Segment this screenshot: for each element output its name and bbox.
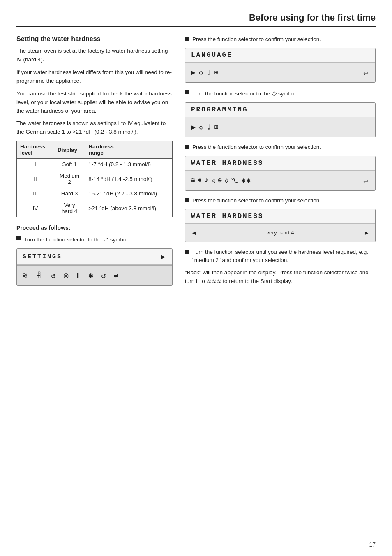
water-hardness-display-top: WATER HARDNESS (185, 156, 375, 171)
water-hardness-selector: ◄ very hard 4 ► (185, 224, 375, 242)
table-row: IV Veryhard 4 >21 °dH (above 3.8 mmol/l) (17, 199, 173, 217)
right-column: Press the function selector to confirm y… (185, 35, 376, 290)
section-heading: Setting the water hardness (16, 35, 173, 43)
page-header: Before using for the first time (16, 12, 376, 27)
water-hardness-selector-top: WATER HARDNESS (185, 209, 375, 224)
language-display-top: LANGUAGE (185, 48, 375, 63)
return-icon2: ↵ (363, 176, 369, 185)
settings-cursor-icon: ▶ (161, 252, 166, 261)
bullet-confirm-selector-text: Press the function selector to confirm y… (192, 197, 321, 205)
plus-circle-icon: ⊕ (218, 176, 223, 185)
table-row: III Hard 3 15-21 °dH (2.7 - 3.8 mmol/l) (17, 188, 173, 199)
settings-label: SETTINGS (23, 253, 62, 260)
note-icon: ♩ (207, 123, 213, 132)
table-row: II Medium2 8-14 °dH (1.4 -2.5 mmol/l) (17, 170, 173, 188)
circle-icon: ● (198, 176, 203, 184)
level-iii: III (17, 188, 54, 199)
paragraph-4: The water hardness is shown as settings … (16, 119, 173, 137)
language-icons: ▶ ◇ ♩ ⊞ (191, 68, 220, 77)
wave-icon: ≋ (191, 176, 196, 185)
level-i: I (17, 159, 54, 170)
cursor-icon: ▶ (191, 68, 197, 77)
range-i: 1-7 °dH (0.2 - 1.3 mmol/l) (85, 159, 173, 170)
water-hardness-icons: ≋ ● ♪ ◁ ⊕ ◇ ℃ ✱✱ (191, 176, 251, 185)
settings-display: SETTINGS ▶ ≋ ꋫ ↺ ◎ ∥ ✱ ↺ ⇌ (16, 248, 173, 286)
bullet-turn-selector-text: Turn the function selector until you see… (192, 248, 376, 265)
diamond-icon: ◇ (199, 123, 205, 132)
programming-icons: ▶ ◇ ♩ ⊞ (191, 123, 220, 132)
temp-icon: ℃ (231, 176, 240, 185)
content-area: Setting the water hardness The steam ove… (16, 35, 376, 290)
page-number: 17 (369, 541, 376, 548)
right-arrow-btn[interactable]: ► (364, 229, 369, 236)
language-display-bottom: ▶ ◇ ♩ ⊞ ↵ (185, 63, 375, 82)
bullet-icon (185, 145, 189, 149)
water-hardness-display: WATER HARDNESS ≋ ● ♪ ◁ ⊕ ◇ ℃ ✱✱ ↵ (185, 156, 376, 191)
paragraph-1: The steam oven is set at the factory to … (16, 47, 173, 64)
display-veryhard4: Veryhard 4 (54, 199, 85, 217)
bullet-confirm-wh: Press the function selector to confirm y… (185, 143, 376, 151)
level-iv: IV (17, 199, 54, 217)
settings-display-top: SETTINGS ▶ (17, 249, 172, 265)
bullet-icon (185, 198, 189, 202)
bullet-icon (185, 37, 189, 41)
bullet-icon (185, 90, 189, 94)
left-column: Setting the water hardness The steam ove… (16, 35, 173, 290)
level-ii: II (17, 170, 54, 188)
col-header-level: Hardnesslevel (17, 141, 54, 159)
cursor-icon: ▶ (191, 123, 197, 132)
grid-icon: ⊞ (214, 69, 220, 76)
display-hard3: Hard 3 (54, 188, 85, 199)
tri-left-icon: ◁ (211, 176, 216, 185)
range-iv: >21 °dH (above 3.8 mmol/l) (85, 199, 173, 217)
water-hardness-selector-box: WATER HARDNESS ◄ very hard 4 ► (185, 209, 376, 242)
bullet-confirm-wh-text: Press the function selector to confirm y… (192, 143, 321, 151)
programming-display-top: PROGRAMMING (185, 103, 375, 117)
paragraph-3: You can use the test strip supplied to c… (16, 90, 173, 116)
range-ii: 8-14 °dH (1.4 -2.5 mmol/l) (85, 170, 173, 188)
bullet-icon (185, 250, 189, 254)
music-icon: ♪ (204, 176, 209, 184)
proceed-heading: Proceed as follows: (16, 225, 173, 231)
programming-display-bottom: ▶ ◇ ♩ ⊞ (185, 117, 375, 137)
final-quote-text: "Back" will then appear in the display. … (185, 269, 376, 286)
bullet-turn-selector: Turn the function selector until you see… (185, 248, 376, 265)
bullet-confirm-language: Press the function selector to confirm y… (185, 35, 376, 44)
return-icon: ↵ (363, 68, 369, 77)
bullet-turn-diamond-text: Turn the function selector to the ◇ symb… (192, 88, 297, 98)
language-display: LANGUAGE ▶ ◇ ♩ ⊞ ↵ (185, 48, 376, 83)
diamond-icon: ◇ (199, 68, 205, 77)
diamond2-icon: ◇ (224, 176, 229, 185)
range-iii: 15-21 °dH (2.7 - 3.8 mmol/l) (85, 188, 173, 199)
water-hardness-display-bottom: ≋ ● ♪ ◁ ⊕ ◇ ℃ ✱✱ ↵ (185, 171, 375, 190)
note-icon: ♩ (207, 68, 213, 77)
bullet-settings-text: Turn the function selector to the ⇌ symb… (24, 234, 129, 244)
star2-icon: ✱✱ (241, 176, 251, 185)
col-header-range: Hardnessrange (85, 141, 173, 159)
left-arrow-btn[interactable]: ◄ (191, 229, 197, 236)
page-title: Before using for the first time (249, 12, 376, 23)
hardness-table: Hardnesslevel Display Hardnessrange I So… (16, 141, 173, 217)
hardness-value: very hard 4 (266, 229, 294, 236)
programming-display: PROGRAMMING ▶ ◇ ♩ ⊞ (185, 102, 376, 137)
table-row: I Soft 1 1-7 °dH (0.2 - 1.3 mmol/l) (17, 159, 173, 170)
bullet-confirm-selector: Press the function selector to confirm y… (185, 197, 376, 205)
bullet-icon (16, 236, 21, 240)
bullet-confirm-language-text: Press the function selector to confirm y… (192, 35, 321, 44)
display-soft1: Soft 1 (54, 159, 85, 170)
paragraph-2: If your water hardness level differs fro… (16, 68, 173, 86)
bullet-turn-diamond: Turn the function selector to the ◇ symb… (185, 88, 376, 98)
page: Before using for the first time Setting … (0, 0, 392, 556)
bullet-settings: Turn the function selector to the ⇌ symb… (16, 234, 173, 244)
col-header-display: Display (54, 141, 85, 159)
settings-mode-icons: ≋ ꋫ ↺ ◎ ∥ ✱ ↺ ⇌ (23, 271, 120, 280)
grid-icon: ⊞ (214, 123, 220, 131)
display-medium2: Medium2 (54, 170, 85, 188)
settings-display-bottom: ≋ ꋫ ↺ ◎ ∥ ✱ ↺ ⇌ (17, 265, 172, 285)
